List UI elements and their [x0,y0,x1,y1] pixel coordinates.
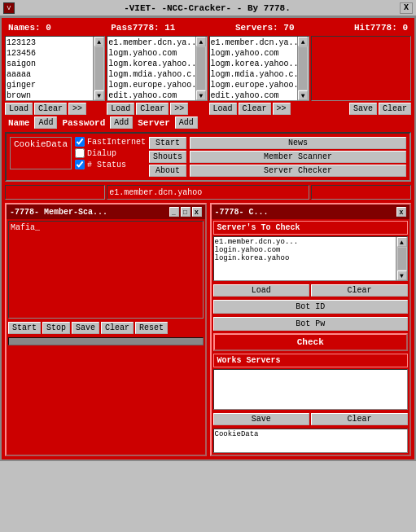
scroll-down[interactable]: ▼ [94,90,104,100]
fast-internet-checkbox[interactable] [75,137,85,147]
scroll-thumb [95,47,103,90]
check-button[interactable]: Check [213,333,409,351]
progress-box [5,185,105,200]
shouts-button[interactable]: Shouts [149,151,186,163]
names-arrow-button[interactable]: >> [68,103,86,115]
sub-start-button[interactable]: Start [8,322,41,334]
names-clear-button[interactable]: Clear [34,103,67,115]
list-item: edit.yahoo.com [211,90,296,101]
name-add-button[interactable]: Add [34,117,57,129]
sub-stop-button[interactable]: Stop [42,322,70,334]
scroll-up[interactable]: ▲ [397,237,407,247]
right-load-button[interactable]: Load [213,284,310,297]
bot-pw-button[interactable]: Bot Pw [213,317,409,331]
about-button[interactable]: About [149,165,186,177]
works-servers-list[interactable] [213,369,409,410]
member-scanner-button[interactable]: Member Scanner [190,151,406,163]
progress-bar-outer [8,337,204,345]
right-sub-titlebar: -7778- C... X [212,204,410,219]
works-servers-label: Works Servers [213,354,409,367]
scroll-up[interactable]: ▲ [94,37,104,46]
servers-to-check-list[interactable]: e1.member.dcn.yo... login.yahoo.com logi… [213,236,409,281]
pass-list[interactable]: e1.member.dcn.ya... logm.yahoo.com logm.… [107,36,207,101]
right-close-button[interactable]: X [396,207,406,217]
right-sub-controls: X [396,207,406,217]
close-button[interactable]: X [400,2,413,14]
status-check[interactable]: # Status [75,160,146,169]
pass-stat: Pass7778: 11 [111,23,175,33]
pass-load-button[interactable]: Load [107,103,134,115]
left-sub-window: -7778- Member-Sca... _ □ X Mafia_ Start … [5,203,207,456]
left-sub-title: -7778- Member-Sca... [10,208,107,217]
names-column: 123123 123456 saigon aaaaa ginger brown … [5,36,105,101]
scroll-thumb [299,47,307,90]
list-item: aaaaa [7,69,92,80]
title-bar: V -VIET- -NCC-Cracker- - By 7778. X [0,0,416,16]
bot-id-button[interactable]: Bot ID [213,300,409,314]
server-load-button[interactable]: Load [209,103,237,115]
list-item: logm.korea.yahoo.. [211,59,296,69]
list-item: logm.mdia.yahoo.c.. [211,69,296,80]
list-item: brown [7,90,92,101]
servers-column: e1.member.dcn.ya... logm.yahoo.com logm.… [209,36,309,101]
works-save-button[interactable]: Save [213,413,310,425]
server-label: Server [134,117,173,129]
scroll-down[interactable]: ▼ [397,270,407,280]
pass-clear-button[interactable]: Clear [136,103,169,115]
scroll-up[interactable]: ▲ [298,37,308,46]
list-item: 123123 [7,37,92,48]
servers-list[interactable]: e1.member.dcn.ya... logm.yahoo.com logm.… [209,36,309,101]
dialup-checkbox[interactable] [75,148,85,158]
main-window: Names: 0 Pass7778: 11 Servers: 70 Hit777… [0,16,416,461]
right-sub-window: -7778- C... X Server's To Check e1.membe… [210,203,412,456]
clear-button[interactable]: Clear [379,103,411,115]
news-button[interactable]: News [190,137,406,149]
scroll-down[interactable]: ▼ [298,90,308,100]
start-button[interactable]: Start [149,137,186,149]
status-checkbox[interactable] [75,160,85,169]
list-item: logm.yahoo.com [211,48,296,59]
save-button[interactable]: Save [349,103,377,115]
works-clear-button[interactable]: Clear [311,413,408,425]
scroll-up[interactable]: ▲ [196,37,206,46]
pass-arrow-button[interactable]: >> [170,103,188,115]
middle-section: CookieData FastInternet Dialup # Status … [5,132,411,182]
sub-reset-button[interactable]: Reset [135,322,168,334]
left-sub-controls: _ □ X [169,207,202,217]
server-add-button[interactable]: Add [175,117,198,129]
fast-internet-check[interactable]: FastInternet [75,137,146,147]
names-stat: Names: 0 [8,23,51,33]
list-item: e1.member.dcn.ya... [108,37,194,48]
server-clear-button[interactable]: Clear [239,103,271,115]
sub-save-button[interactable]: Save [72,322,99,334]
list-item: login.korea.yahoo [215,254,396,262]
names-load-button[interactable]: Load [5,103,33,115]
sub-btn-row: Start Stop Save Clear Reset [7,320,205,336]
server-arrow-button[interactable]: >> [273,103,291,115]
status-text: e1.member.dcn.yahoo [107,185,309,200]
list-item: edit.yahoo.com [108,90,194,101]
status-box-right [311,185,411,200]
sub-clear-button[interactable]: Clear [101,322,134,334]
cookie-data-box: CookieData [213,429,409,453]
minimize-button[interactable]: _ [169,207,179,217]
lists-area: 123123 123456 saigon aaaaa ginger brown … [5,36,411,101]
list-item: logm.korea.yahoo.. [108,59,194,69]
check-row: Check [212,332,410,352]
scroll-down[interactable]: ▼ [196,90,206,100]
right-load-clear-row: Load Clear [212,283,410,298]
hits-list[interactable] [311,36,411,101]
right-clear-button[interactable]: Clear [311,284,408,297]
bot-pw-row: Bot Pw [212,315,410,332]
server-checker-button[interactable]: Server Checker [190,165,406,177]
list-item: logm.yahoo.com [108,48,194,59]
names-list[interactable]: 123123 123456 saigon aaaaa ginger brown … [5,36,105,101]
servers-to-check-label: Server's To Check [213,221,409,235]
list-item: ginger [7,80,92,90]
password-add-button[interactable]: Add [110,117,133,129]
input-row: Name Add Password Add Server Add [5,117,411,129]
maximize-button[interactable]: □ [181,207,190,217]
dialup-check[interactable]: Dialup [75,148,146,158]
close-sub-button[interactable]: X [192,207,202,217]
title-bar-title: -VIET- -NCC-Cracker- - By 7778. [15,3,400,13]
